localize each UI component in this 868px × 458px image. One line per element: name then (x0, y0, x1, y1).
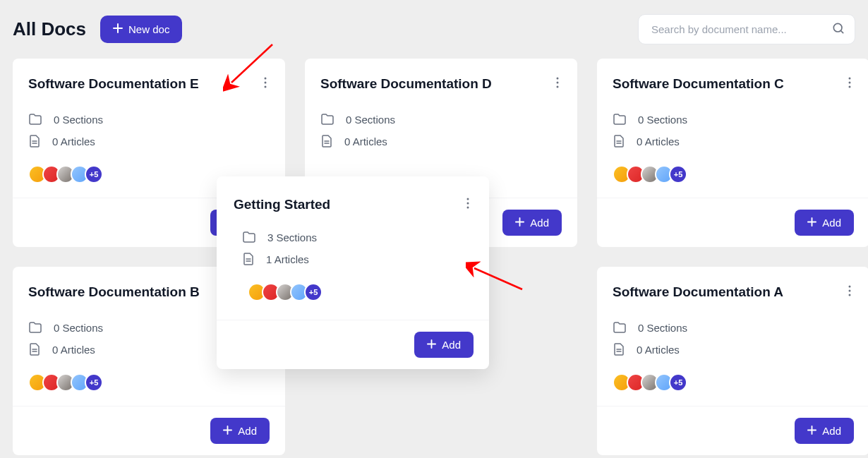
sections-row: 0 Sections (28, 113, 270, 126)
card-body: Getting Started 3 Sections 1 Articles +5 (217, 176, 489, 320)
add-label: Add (530, 217, 549, 229)
svg-point-13 (849, 286, 851, 288)
avatar-more: +5 (669, 373, 687, 392)
folder-icon (28, 113, 42, 126)
card-title-row: Getting Started (234, 195, 472, 214)
doc-card: Software Documentation A 0 Sections 0 Ar… (597, 267, 868, 455)
sections-row: 0 Sections (613, 113, 854, 126)
card-footer: Add (597, 406, 868, 455)
header-left: All Docs New doc (13, 16, 182, 43)
sections-text: 3 Sections (267, 231, 317, 243)
sections-row: 3 Sections (234, 231, 472, 243)
sections-row: 0 Sections (613, 321, 854, 334)
card-title-row: Software Documentation D (320, 74, 562, 93)
add-button[interactable]: Add (414, 332, 474, 358)
new-doc-button[interactable]: New doc (100, 16, 182, 43)
document-icon (613, 134, 625, 148)
plus-icon (427, 339, 436, 351)
add-button[interactable]: Add (210, 418, 270, 444)
articles-text: 0 Articles (52, 344, 95, 356)
add-label: Add (238, 425, 257, 437)
plus-icon (515, 217, 524, 229)
svg-point-5 (557, 82, 559, 84)
folder-icon (613, 113, 627, 126)
search-input[interactable] (638, 14, 855, 44)
card-menu-button[interactable] (261, 74, 270, 93)
card-body: Software Documentation A 0 Sections 0 Ar… (597, 267, 868, 406)
card-body: Software Documentation C 0 Sections 0 Ar… (597, 59, 868, 198)
dragged-card[interactable]: Getting Started 3 Sections 1 Articles +5… (217, 176, 489, 369)
articles-row: 0 Articles (613, 134, 854, 148)
svg-point-8 (849, 82, 851, 84)
articles-text: 0 Articles (637, 135, 680, 147)
svg-point-9 (849, 86, 851, 88)
sections-text: 0 Sections (638, 322, 687, 334)
card-menu-button[interactable] (845, 74, 854, 93)
plus-icon (113, 23, 123, 35)
new-doc-label: New doc (128, 23, 169, 35)
document-icon (28, 342, 41, 356)
avatar-more: +5 (85, 165, 103, 183)
plus-icon (223, 425, 232, 437)
page-title: All Docs (13, 18, 86, 40)
articles-text: 0 Articles (637, 344, 680, 356)
svg-point-2 (265, 82, 267, 84)
card-title: Getting Started (234, 197, 330, 212)
card-title: Software Documentation A (613, 284, 783, 300)
svg-point-15 (849, 294, 851, 296)
card-menu-button[interactable] (553, 74, 562, 93)
add-button[interactable]: Add (795, 418, 854, 444)
card-title-row: Software Documentation C (613, 74, 854, 93)
folder-icon (613, 321, 627, 334)
add-label: Add (442, 339, 461, 351)
add-button[interactable]: Add (795, 210, 854, 236)
svg-point-6 (557, 86, 559, 88)
articles-row: 0 Articles (320, 134, 562, 148)
articles-row: 1 Articles (234, 252, 472, 266)
avatar-group: +5 (613, 165, 854, 183)
document-icon (28, 134, 41, 148)
avatar-more: +5 (669, 165, 687, 183)
svg-point-1 (265, 78, 267, 80)
folder-icon (320, 113, 334, 126)
svg-point-7 (849, 78, 851, 80)
svg-point-4 (557, 78, 559, 80)
avatar-group: +5 (28, 373, 270, 392)
articles-text: 1 Articles (266, 253, 309, 265)
sections-text: 0 Sections (54, 322, 103, 334)
card-footer: Add (217, 320, 489, 369)
svg-point-3 (265, 86, 267, 88)
card-title-row: Software Documentation A (613, 282, 854, 301)
sections-row: 0 Sections (320, 113, 562, 126)
document-icon (242, 252, 255, 266)
card-title: Software Documentation D (320, 76, 492, 92)
avatar-group: +5 (613, 373, 854, 392)
folder-icon (28, 321, 42, 334)
articles-row: 0 Articles (613, 342, 854, 356)
svg-point-17 (467, 203, 469, 205)
card-menu-button[interactable] (845, 282, 854, 301)
articles-row: 0 Articles (28, 134, 270, 148)
dots-vertical-icon (848, 285, 851, 296)
sections-text: 0 Sections (54, 114, 103, 126)
sections-text: 0 Sections (638, 114, 687, 126)
add-button[interactable]: Add (502, 210, 562, 236)
search-wrap (638, 14, 855, 44)
articles-text: 0 Articles (344, 135, 387, 147)
search-icon (831, 21, 845, 38)
svg-point-18 (467, 207, 469, 209)
card-footer: Add (597, 198, 868, 247)
card-title: Software Documentation B (28, 284, 200, 300)
page-header: All Docs New doc (0, 0, 868, 59)
svg-point-16 (467, 198, 469, 200)
folder-icon (242, 231, 256, 243)
avatar-group: +5 (248, 283, 472, 301)
dots-vertical-icon (264, 77, 267, 88)
doc-card: Software Documentation C 0 Sections 0 Ar… (597, 59, 868, 247)
svg-point-14 (849, 290, 851, 292)
card-title: Software Documentation C (613, 76, 784, 92)
card-menu-button[interactable] (464, 195, 472, 214)
card-title: Software Documentation E (28, 76, 199, 92)
card-footer: Add (13, 406, 285, 455)
document-icon (613, 342, 625, 356)
